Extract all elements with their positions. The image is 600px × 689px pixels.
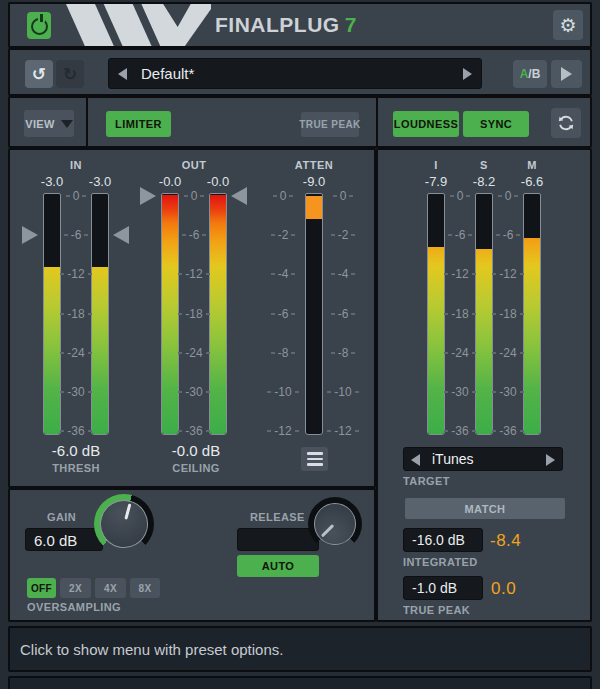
true-peak-readout: 0.0	[491, 579, 516, 599]
oversampling-4x-label: 4X	[104, 583, 117, 594]
ab-compare-button[interactable]: A/B	[513, 60, 547, 88]
in-left-peak: -3.0	[32, 174, 72, 189]
scale-tick: -2	[329, 227, 357, 243]
meter-fill	[44, 267, 60, 434]
integrated-target-field[interactable]: -16.0 dB	[403, 528, 483, 552]
limiter-label: LIMITER	[115, 118, 162, 130]
scale-tick: -12	[493, 266, 523, 282]
scale-tick: -6	[269, 306, 297, 322]
scale-tick: -10	[269, 384, 297, 400]
sync-toggle-button[interactable]: SYNC	[463, 111, 529, 137]
preset-selector[interactable]: Default*	[108, 58, 482, 89]
ceiling-label: CEILING	[154, 462, 238, 474]
momentary-meter-title: M	[517, 159, 547, 171]
limiter-toggle-button[interactable]: LIMITER	[106, 111, 171, 137]
threshold-label: THRESH	[34, 462, 118, 474]
integrated-target-value: -16.0 dB	[404, 529, 482, 552]
view-panel: VIEW	[8, 96, 88, 148]
scale-tick: -30	[493, 384, 523, 400]
threshold-value[interactable]: -6.0 dB	[34, 442, 118, 459]
auto-label: AUTO	[262, 560, 295, 572]
scale-tick: 0	[179, 188, 209, 204]
bottom-strip-panel	[8, 676, 592, 689]
scale-tick: -6	[329, 306, 357, 322]
ceiling-value[interactable]: -0.0 dB	[154, 442, 238, 459]
brand-logo	[66, 4, 211, 46]
gain-knob[interactable]	[94, 494, 154, 554]
meter-fill	[210, 195, 226, 434]
match-button[interactable]: MATCH	[405, 498, 565, 519]
out-left-peak: -0.0	[150, 174, 190, 189]
knob-pointer-icon	[321, 524, 334, 537]
scale-tick: -24	[179, 345, 209, 361]
oversampling-8x-button[interactable]: 8X	[130, 578, 160, 598]
prev-preset-icon[interactable]	[118, 68, 127, 80]
ceiling-marker-left-icon[interactable]	[140, 187, 156, 205]
release-label: RELEASE	[250, 511, 305, 523]
scale-tick: 0	[329, 188, 357, 204]
ab-copy-button[interactable]	[551, 60, 582, 88]
target-label: TARGET	[403, 475, 450, 487]
meter-fill	[162, 195, 178, 434]
gain-reduction-fill	[306, 196, 322, 219]
oversampling-2x-label: 2X	[69, 583, 82, 594]
target-value[interactable]: iTunes	[432, 448, 474, 471]
true-peak-toggle-button[interactable]: TRUE PEAK	[301, 112, 359, 137]
scale-tick: 0	[269, 188, 297, 204]
in-meter-scale: 0-6-12-18-24-30-36	[61, 193, 91, 435]
status-bar: Click to show menu with preset options.	[8, 626, 592, 672]
scale-tick: -6	[179, 227, 209, 243]
loudness-toggle-button[interactable]: LOUDNESS	[393, 111, 459, 137]
scale-tick: -10	[329, 384, 357, 400]
refresh-icon	[556, 113, 576, 133]
scale-tick: -24	[445, 345, 475, 361]
scale-tick: -30	[179, 384, 209, 400]
out-meter-title: OUT	[164, 159, 224, 171]
oversampling-4x-button[interactable]: 4X	[95, 578, 126, 598]
preset-bar-panel: ↺ ↻ Default* A/B	[8, 48, 592, 96]
next-preset-icon[interactable]	[463, 68, 472, 80]
redo-button[interactable]: ↻	[56, 60, 84, 88]
scale-tick: -12	[269, 423, 297, 439]
scale-tick: -36	[61, 423, 91, 439]
momentary-peak: -6.6	[510, 174, 554, 189]
oversampling-2x-button[interactable]: 2X	[60, 578, 91, 598]
power-button[interactable]	[27, 12, 51, 39]
meter-menu-button[interactable]	[301, 447, 328, 471]
preset-name[interactable]: Default*	[141, 59, 194, 89]
meter-fill	[428, 247, 444, 434]
power-icon	[31, 18, 48, 35]
threshold-marker-left-icon[interactable]	[22, 226, 38, 244]
target-prev-icon[interactable]	[411, 454, 420, 466]
reset-loudness-button[interactable]	[551, 108, 581, 138]
out-meter-scale: 0-6-12-18-24-30-36	[179, 193, 209, 435]
target-selector[interactable]: iTunes	[403, 447, 563, 471]
view-menu-button[interactable]: VIEW	[24, 110, 74, 137]
true-peak-target-field[interactable]: -1.0 dB	[403, 576, 483, 600]
scale-tick: -36	[493, 423, 523, 439]
settings-button[interactable]: ⚙	[553, 10, 583, 40]
release-field[interactable]	[237, 528, 319, 551]
loudness-scale-1: 0-6-12-18-24-30-36	[445, 193, 475, 435]
scale-tick: -12	[445, 266, 475, 282]
gear-icon: ⚙	[559, 16, 576, 35]
in-meter-title: IN	[46, 159, 106, 171]
ceiling-marker-right-icon[interactable]	[231, 187, 247, 205]
meters-panel: IN -3.0 -3.0 0-6-12-18-24-30-36 -6.0 dB …	[8, 148, 376, 488]
undo-icon: ↺	[32, 64, 46, 84]
undo-button[interactable]: ↺	[25, 60, 53, 88]
status-text: Click to show menu with preset options.	[20, 641, 283, 658]
release-knob[interactable]	[308, 497, 362, 551]
knob-pointer-icon	[124, 503, 131, 519]
threshold-marker-right-icon[interactable]	[113, 226, 129, 244]
play-icon	[561, 67, 572, 81]
shortterm-meter-title: S	[469, 159, 499, 171]
atten-meter-bar	[305, 193, 323, 435]
integrated-readout: -8.4	[490, 531, 521, 551]
auto-release-button[interactable]: AUTO	[237, 555, 319, 577]
target-next-icon[interactable]	[546, 454, 555, 466]
in-left-meter-bar	[43, 193, 61, 435]
gain-field[interactable]: 6.0 dB	[25, 528, 103, 551]
ab-label-a: A	[520, 67, 529, 81]
oversampling-off-button[interactable]: OFF	[27, 578, 56, 598]
